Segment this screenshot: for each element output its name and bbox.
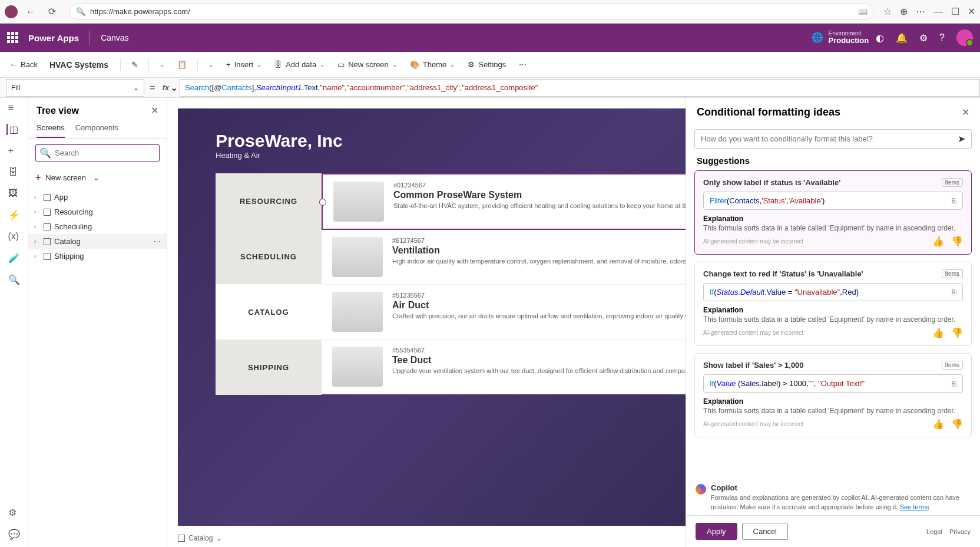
- edit-button[interactable]: ✎: [127, 58, 143, 71]
- explanation-text: This formula sorts data in a table calle…: [703, 224, 963, 232]
- property-selector[interactable]: Fill ⌄: [6, 79, 144, 97]
- favorite-icon[interactable]: ☆: [883, 6, 892, 17]
- sidenav-item[interactable]: CATALOG: [216, 284, 322, 340]
- copy-icon[interactable]: ⎘: [952, 379, 956, 388]
- explanation-label: Explanation: [703, 306, 963, 314]
- ai-disclaimer: AI-generated content may be incorrect: [703, 329, 803, 336]
- send-icon[interactable]: ➤: [958, 133, 965, 144]
- environment-picker[interactable]: 🌐 Environment Production: [812, 30, 869, 45]
- tree-search-input[interactable]: [55, 149, 155, 157]
- suggestion-title: Only show label if status is 'Available': [703, 178, 840, 187]
- items-badge: Items: [942, 269, 963, 278]
- explanation-text: This formula sorts data in a table calle…: [703, 407, 963, 415]
- variables-icon[interactable]: (x): [8, 231, 20, 242]
- panel-search-input[interactable]: [701, 134, 958, 143]
- app-name: HVAC Systems: [49, 60, 108, 70]
- copy-icon[interactable]: ⎘: [952, 288, 956, 296]
- thumbs-up-icon[interactable]: 👍: [932, 236, 944, 247]
- tree-view-icon[interactable]: ◫: [6, 124, 18, 135]
- search-icon: 🔍: [76, 7, 85, 16]
- back-button[interactable]: ← Back: [7, 58, 40, 71]
- insert-button[interactable]: +Insert⌄: [221, 58, 266, 71]
- maximize-icon[interactable]: ☐: [951, 6, 959, 17]
- reader-icon[interactable]: 📖: [858, 7, 868, 16]
- see-terms-link[interactable]: See terms: [900, 503, 929, 510]
- theme-button[interactable]: 🎨Theme⌄: [405, 58, 459, 71]
- refresh-icon[interactable]: ⟳: [44, 4, 60, 20]
- user-avatar[interactable]: [956, 29, 973, 46]
- tree-item[interactable]: ›Resourcing: [28, 205, 167, 219]
- chevron-down-icon: ⌄: [160, 61, 164, 68]
- settings-button[interactable]: ⚙Settings: [463, 58, 511, 71]
- paste-dropdown[interactable]: ⌄: [204, 59, 218, 70]
- advanced-tools-icon[interactable]: 🧪: [8, 252, 20, 263]
- settings-rail-icon[interactable]: ⚙: [8, 507, 20, 518]
- legal-link[interactable]: Legal: [926, 528, 942, 535]
- privacy-link[interactable]: Privacy: [949, 528, 971, 535]
- profile-avatar[interactable]: [5, 5, 18, 18]
- paste-button[interactable]: 📋: [173, 58, 191, 71]
- close-icon[interactable]: ✕: [151, 105, 158, 116]
- new-screen-button[interactable]: ▭New screen⌄: [333, 58, 402, 71]
- more-button[interactable]: ⋯: [514, 58, 531, 71]
- media-rail-icon[interactable]: 🖼: [8, 188, 20, 199]
- close-window-icon[interactable]: ✕: [968, 6, 975, 17]
- insert-rail-icon[interactable]: +: [8, 146, 20, 156]
- sidenav-item[interactable]: SHIPPING: [216, 340, 322, 395]
- minimize-icon[interactable]: —: [933, 6, 943, 17]
- more-icon[interactable]: ⋯: [916, 6, 925, 17]
- tree-item[interactable]: ›App: [28, 190, 167, 205]
- thumbs-down-icon[interactable]: 👎: [951, 419, 963, 430]
- tree-item[interactable]: ›Shipping: [28, 249, 167, 263]
- fx-button[interactable]: fx⌄: [161, 82, 180, 93]
- copilot-header-icon[interactable]: ◐: [876, 32, 884, 44]
- waffle-icon[interactable]: [7, 32, 19, 44]
- copy-icon[interactable]: ⎘: [952, 196, 956, 205]
- explanation-label: Explanation: [703, 215, 963, 223]
- suggestion-code: Filter(Contacts,'Status','Available')⎘: [703, 192, 963, 210]
- explanation-text: This formula sorts data in a table calle…: [703, 315, 963, 324]
- tree-search[interactable]: 🔍: [35, 144, 160, 162]
- tree-item[interactable]: ›Catalog⋯: [28, 234, 167, 249]
- add-data-button[interactable]: 🗄Add data⌄: [270, 58, 329, 71]
- product-title: Power Apps: [28, 33, 79, 43]
- hamburger-icon[interactable]: ≡: [8, 103, 20, 113]
- main: ≡ ◫ + 🗄 🖼 ⚡ (x) 🧪 🔍 ⚙ 💬 Tree view ✕ Scre…: [0, 98, 980, 547]
- conditional-formatting-panel: Conditional formatting ideas ✕ ➤ Suggest…: [686, 98, 980, 547]
- mode-label: Canvas: [101, 33, 128, 42]
- sidenav-item[interactable]: SCHEDULING: [216, 229, 322, 284]
- tab-screens[interactable]: Screens: [37, 118, 65, 138]
- address-bar[interactable]: 🔍 📖: [69, 4, 874, 20]
- settings-gear-icon[interactable]: ⚙: [919, 32, 928, 44]
- cancel-button[interactable]: Cancel: [742, 523, 788, 540]
- new-screen-button[interactable]: + New screen ⌄: [28, 167, 167, 187]
- chevron-right-icon: ›: [34, 253, 40, 259]
- sidenav-item[interactable]: RESOURCING: [216, 173, 322, 229]
- collections-icon[interactable]: ⊕: [900, 6, 908, 17]
- suggestion-card[interactable]: Only show label if status is 'Available'…: [694, 170, 972, 255]
- theme-label: Theme: [423, 60, 446, 69]
- power-automate-icon[interactable]: ⚡: [8, 209, 20, 220]
- back-icon[interactable]: ←: [22, 4, 39, 20]
- suggestion-card[interactable]: Show label if 'Sales' > 1,000Items If(Va…: [694, 353, 972, 437]
- thumbs-up-icon[interactable]: 👍: [932, 419, 944, 430]
- thumbs-up-icon[interactable]: 👍: [932, 327, 944, 338]
- edit-dropdown[interactable]: ⌄: [155, 59, 169, 70]
- thumbs-down-icon[interactable]: 👎: [951, 236, 963, 247]
- more-icon[interactable]: ⋯: [153, 237, 161, 246]
- tab-components[interactable]: Components: [75, 118, 119, 138]
- data-rail-icon[interactable]: 🗄: [8, 167, 20, 177]
- help-icon[interactable]: ?: [939, 32, 945, 43]
- formula-bar[interactable]: Search([@Contacts], SearchInput1.Text, "…: [180, 79, 980, 97]
- url-input[interactable]: [90, 7, 858, 16]
- tree-item[interactable]: ›Scheduling: [28, 219, 167, 234]
- suggestion-card[interactable]: Change text to red if 'Status' is 'Unava…: [694, 262, 972, 346]
- environment-icon: 🌐: [812, 32, 823, 43]
- virtual-agent-icon[interactable]: 💬: [8, 529, 20, 540]
- notifications-icon[interactable]: 🔔: [896, 32, 908, 44]
- panel-search[interactable]: ➤: [694, 129, 972, 149]
- close-icon[interactable]: ✕: [962, 107, 969, 118]
- apply-button[interactable]: Apply: [696, 523, 737, 540]
- thumbs-down-icon[interactable]: 👎: [951, 327, 963, 338]
- search-rail-icon[interactable]: 🔍: [8, 274, 20, 285]
